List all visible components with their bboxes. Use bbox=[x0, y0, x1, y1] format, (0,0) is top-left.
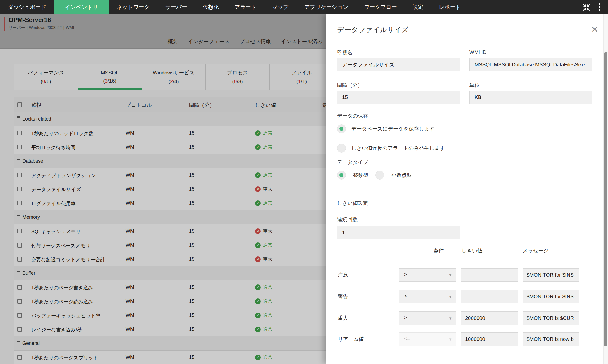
drawer-title: データファイルサイズ bbox=[337, 25, 408, 35]
threshold-row-attention: 注意>▼ bbox=[326, 268, 608, 282]
radio-dot bbox=[339, 173, 343, 177]
nav-item-workflow[interactable]: ワークフロー bbox=[356, 0, 405, 14]
threshold-value-input-rearm[interactable] bbox=[461, 332, 518, 346]
data-save-label: データの保存 bbox=[337, 112, 368, 119]
message-input-attention[interactable] bbox=[523, 268, 579, 282]
monitor-settings-drawer: データファイルサイズ ✕ 監視名 WMI ID 間隔（分） 単位 データの保存 … bbox=[326, 14, 608, 364]
nav-item-inventory[interactable]: インベントリ bbox=[54, 0, 109, 14]
consecutive-count-input[interactable] bbox=[337, 226, 460, 239]
col-header-threshold-value: しきい値 bbox=[462, 247, 482, 254]
radio-dot bbox=[339, 146, 343, 150]
radio-label: 小数点型 bbox=[391, 172, 412, 179]
nav-item-application[interactable]: アプリケーション bbox=[297, 0, 356, 14]
condition-dropdown-critical[interactable]: >▼ bbox=[399, 311, 456, 325]
threshold-section-label: しきい値設定 bbox=[337, 200, 368, 207]
nav-item-server[interactable]: サーバー bbox=[157, 0, 195, 14]
interval-input[interactable] bbox=[337, 91, 460, 104]
section-divider bbox=[337, 212, 591, 212]
nav-items: ダッシュボードインベントリネットワークサーバー仮想化アラートマップアプリケーショ… bbox=[0, 0, 469, 14]
nav-item-network[interactable]: ネットワーク bbox=[109, 0, 157, 14]
radio-option-save-to-db: データベースにデータを保存します bbox=[337, 124, 435, 133]
message-input-rearm[interactable] bbox=[523, 332, 579, 346]
condition-dropdown-rearm: <=▼ bbox=[399, 332, 456, 346]
col-header-condition: 条件 bbox=[434, 247, 444, 254]
threshold-row-rearm: リアーム値<=▼ bbox=[326, 332, 608, 346]
consecutive-count-label: 連続回数 bbox=[337, 216, 358, 223]
unit-label: 単位 bbox=[469, 82, 480, 89]
threshold-value-input-warning[interactable] bbox=[461, 290, 518, 303]
threshold-row-critical: 重大>▼ bbox=[326, 311, 608, 325]
threshold-row-warning: 警告>▼ bbox=[326, 290, 608, 303]
close-icon[interactable]: ✕ bbox=[591, 25, 598, 34]
nav-item-report[interactable]: レポート bbox=[431, 0, 469, 14]
wmi-id-input[interactable] bbox=[469, 58, 592, 71]
chevron-down-icon: ▼ bbox=[445, 269, 456, 281]
wmi-id-label: WMI ID bbox=[469, 49, 486, 55]
threshold-row-label: リアーム値 bbox=[338, 332, 394, 346]
radio-dot bbox=[339, 127, 343, 131]
app-window: ダッシュボードインベントリネットワークサーバー仮想化アラートマップアプリケーショ… bbox=[0, 0, 608, 364]
condition-dropdown-warning[interactable]: >▼ bbox=[399, 290, 456, 303]
radio-label: 整数型 bbox=[353, 172, 368, 179]
radio-dot bbox=[378, 173, 382, 177]
top-nav: ダッシュボードインベントリネットワークサーバー仮想化アラートマップアプリケーショ… bbox=[0, 0, 608, 14]
radio-integer[interactable] bbox=[337, 171, 346, 180]
condition-value: <= bbox=[404, 336, 410, 342]
threshold-row-label: 警告 bbox=[338, 290, 394, 303]
radio-option-alert-only: しきい値違反のアラートのみ発生します bbox=[337, 144, 445, 153]
radio-save-to-db[interactable] bbox=[337, 124, 346, 133]
threshold-value-input-critical[interactable] bbox=[461, 311, 518, 325]
collapse-fullscreen-icon[interactable] bbox=[582, 3, 590, 11]
nav-item-map[interactable]: マップ bbox=[264, 0, 296, 14]
condition-value: > bbox=[404, 315, 407, 321]
scrollbar-track bbox=[603, 14, 608, 364]
chevron-down-icon: ▼ bbox=[445, 333, 456, 346]
radio-label: データベースにデータを保存します bbox=[351, 125, 435, 132]
condition-value: > bbox=[404, 272, 407, 277]
message-input-critical[interactable] bbox=[523, 311, 579, 325]
kebab-menu-icon[interactable] bbox=[597, 2, 602, 12]
nav-item-settings[interactable]: 設定 bbox=[405, 0, 431, 14]
monitor-name-input[interactable] bbox=[337, 58, 460, 71]
monitor-name-label: 監視名 bbox=[337, 49, 352, 56]
scrollbar-thumb[interactable] bbox=[604, 52, 607, 346]
message-input-warning[interactable] bbox=[523, 290, 579, 303]
condition-value: > bbox=[404, 293, 407, 299]
unit-input[interactable] bbox=[469, 91, 592, 104]
threshold-row-label: 注意 bbox=[338, 268, 394, 282]
nav-item-alert[interactable]: アラート bbox=[227, 0, 264, 14]
threshold-value-input-attention[interactable] bbox=[461, 268, 518, 282]
nav-item-dashboard[interactable]: ダッシュボード bbox=[0, 0, 54, 14]
condition-dropdown-attention[interactable]: >▼ bbox=[399, 268, 456, 282]
nav-right-icons bbox=[582, 2, 608, 12]
threshold-row-label: 重大 bbox=[338, 311, 394, 325]
radio-alert-only[interactable] bbox=[337, 144, 346, 153]
radio-decimal[interactable] bbox=[375, 171, 384, 180]
data-type-options: 整数型小数点型 bbox=[337, 171, 412, 180]
col-header-message: メッセージ bbox=[523, 247, 549, 254]
interval-label: 間隔（分） bbox=[337, 82, 363, 89]
data-type-label: データタイプ bbox=[337, 159, 368, 166]
nav-item-virtualization[interactable]: 仮想化 bbox=[195, 0, 227, 14]
chevron-down-icon: ▼ bbox=[445, 312, 456, 325]
chevron-down-icon: ▼ bbox=[445, 290, 456, 303]
radio-label: しきい値違反のアラートのみ発生します bbox=[351, 145, 445, 152]
